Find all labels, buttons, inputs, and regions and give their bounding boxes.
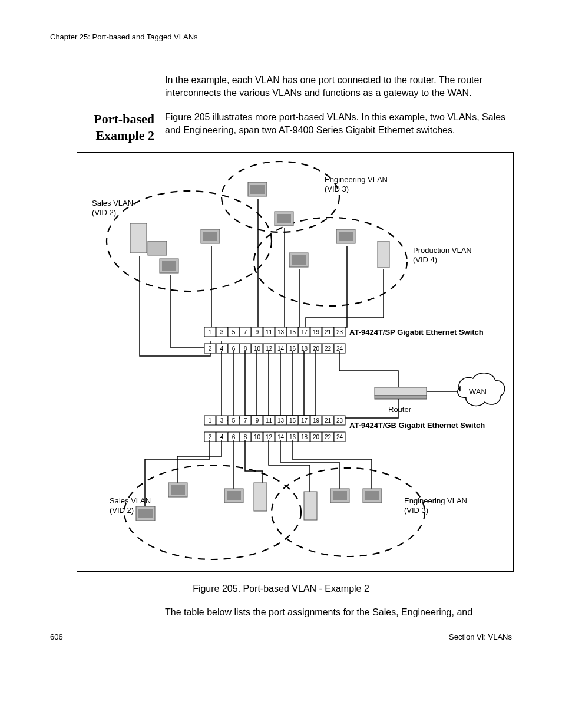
svg-rect-22 bbox=[227, 491, 241, 500]
svg-rect-11 bbox=[292, 255, 306, 265]
svg-rect-9 bbox=[277, 214, 291, 223]
server-icon bbox=[304, 492, 317, 520]
svg-rect-7 bbox=[250, 185, 265, 194]
switch-port-label: 7 bbox=[244, 329, 247, 335]
switch-port-label: 6 bbox=[232, 434, 236, 440]
section-footer: Section VI: VLANs bbox=[449, 633, 512, 641]
switch-port-label: 23 bbox=[336, 329, 343, 335]
switch-port-label: 17 bbox=[301, 329, 308, 335]
computer-icon bbox=[168, 483, 187, 497]
switch-port-label: 17 bbox=[301, 417, 308, 424]
switch-port-label: 1 bbox=[209, 329, 212, 335]
switch-port-label: 16 bbox=[289, 345, 296, 352]
svg-rect-15 bbox=[375, 387, 427, 396]
svg-rect-5 bbox=[203, 232, 217, 241]
switch-bot-ports: 135791113151719212324681012141618202224 bbox=[204, 416, 345, 442]
svg-rect-18 bbox=[138, 509, 153, 518]
svg-rect-1 bbox=[148, 241, 167, 255]
wire bbox=[222, 351, 233, 421]
svg-rect-20 bbox=[171, 485, 185, 495]
svg-rect-13 bbox=[339, 232, 353, 241]
diagram-svg: Sales VLAN (VID 2) Engineering VLAN (VID… bbox=[77, 153, 513, 571]
switch-port-label: 7 bbox=[244, 417, 247, 424]
intro-paragraph: In the example, each VLAN has one port c… bbox=[165, 74, 512, 99]
eng-vlan-bot-label-l1: Engineering VLAN bbox=[404, 496, 467, 505]
svg-rect-16 bbox=[375, 396, 427, 399]
wire bbox=[177, 440, 222, 483]
switch-port-label: 18 bbox=[301, 345, 308, 352]
svg-rect-14 bbox=[378, 241, 389, 268]
switch-port-label: 13 bbox=[277, 329, 285, 335]
switch-port-label: 8 bbox=[244, 345, 247, 352]
wire bbox=[280, 351, 292, 416]
switch-port-label: 10 bbox=[254, 345, 261, 352]
eng-vlan-top-label-l2: (VID 3) bbox=[325, 185, 349, 193]
wire bbox=[245, 351, 257, 416]
switch-port-label: 8 bbox=[244, 434, 247, 440]
page-footer: 606 Section VI: VLANs bbox=[50, 633, 512, 641]
switch-port-label: 2 bbox=[209, 434, 212, 440]
switch-port-label: 22 bbox=[325, 434, 332, 440]
computer-icon bbox=[224, 489, 243, 503]
figure-205: Sales VLAN (VID 2) Engineering VLAN (VID… bbox=[77, 152, 514, 572]
document-page: Chapter 25: Port-based and Tagged VLANs … bbox=[0, 0, 562, 672]
switch-port-label: 20 bbox=[313, 345, 320, 352]
switch-port-label: 11 bbox=[266, 417, 273, 424]
prod-vlan-label-l2: (VID 4) bbox=[413, 255, 437, 264]
switch-port-label: 3 bbox=[220, 329, 224, 335]
switch-port-label: 23 bbox=[336, 417, 343, 424]
section-body: Figure 205 illustrates more port-based V… bbox=[165, 111, 512, 143]
sales-vlan-top-label-l2: (VID 2) bbox=[92, 208, 116, 217]
switch-port-label: 24 bbox=[336, 345, 343, 352]
switch-port-label: 12 bbox=[266, 434, 273, 440]
switch-port-label: 24 bbox=[336, 434, 343, 440]
section-row: Port-based Example 2 Figure 205 illustra… bbox=[50, 111, 512, 143]
switch-port-label: 21 bbox=[325, 329, 332, 335]
page-number: 606 bbox=[50, 633, 63, 641]
switch-port-label: 22 bbox=[325, 345, 332, 352]
wire bbox=[269, 440, 310, 492]
switch-port-label: 15 bbox=[289, 417, 296, 424]
computer-icon bbox=[275, 212, 293, 226]
wan-label: WAN bbox=[469, 387, 487, 396]
switch-port-label: 12 bbox=[266, 345, 273, 352]
switch-port-label: 9 bbox=[256, 417, 259, 424]
switch-port-label: 4 bbox=[220, 345, 224, 352]
section-heading-line2: Example 2 bbox=[95, 128, 154, 143]
svg-rect-3 bbox=[162, 261, 176, 271]
server-icon bbox=[254, 483, 267, 511]
computer-icon bbox=[160, 259, 178, 273]
switch-port-label: 4 bbox=[220, 434, 224, 440]
switch-port-label: 20 bbox=[313, 434, 320, 440]
section-heading-line1: Port-based bbox=[94, 111, 154, 126]
switch-port-label: 1 bbox=[209, 417, 212, 424]
wire bbox=[257, 351, 269, 416]
eng-vlan-bot-label-l2: (VID 3) bbox=[404, 506, 428, 515]
wire bbox=[233, 351, 245, 418]
switch-port-label: 19 bbox=[313, 417, 320, 424]
computer-icon bbox=[330, 489, 349, 503]
switch-port-label: 9 bbox=[256, 329, 259, 335]
wire bbox=[304, 351, 316, 416]
computer-icon bbox=[289, 253, 308, 267]
switch-port-label: 21 bbox=[325, 417, 332, 424]
switch-port-label: 6 bbox=[232, 345, 236, 352]
computer-icon bbox=[336, 229, 355, 243]
computer-icon bbox=[136, 506, 155, 521]
wire bbox=[245, 440, 263, 483]
switch-port-label: 19 bbox=[313, 329, 320, 335]
switch-port-label: 18 bbox=[301, 434, 308, 440]
eng-vlan-bot-ellipse bbox=[272, 468, 425, 556]
switch-port-label: 14 bbox=[277, 345, 285, 352]
svg-rect-23 bbox=[254, 483, 267, 511]
eng-vlan-top-label-l1: Engineering VLAN bbox=[325, 175, 388, 184]
computer-icon bbox=[201, 229, 220, 243]
prod-vlan-label-l1: Production VLAN bbox=[413, 246, 472, 255]
router-label: Router bbox=[388, 405, 412, 414]
switch-top-label: AT-9424T/SP Gigabit Ethernet Switch bbox=[349, 328, 484, 337]
switch-port-label: 14 bbox=[277, 434, 285, 440]
switch-port-label: 5 bbox=[232, 417, 236, 424]
svg-rect-24 bbox=[304, 492, 317, 520]
section-heading: Port-based Example 2 bbox=[50, 111, 165, 143]
switch-port-label: 2 bbox=[209, 345, 212, 352]
